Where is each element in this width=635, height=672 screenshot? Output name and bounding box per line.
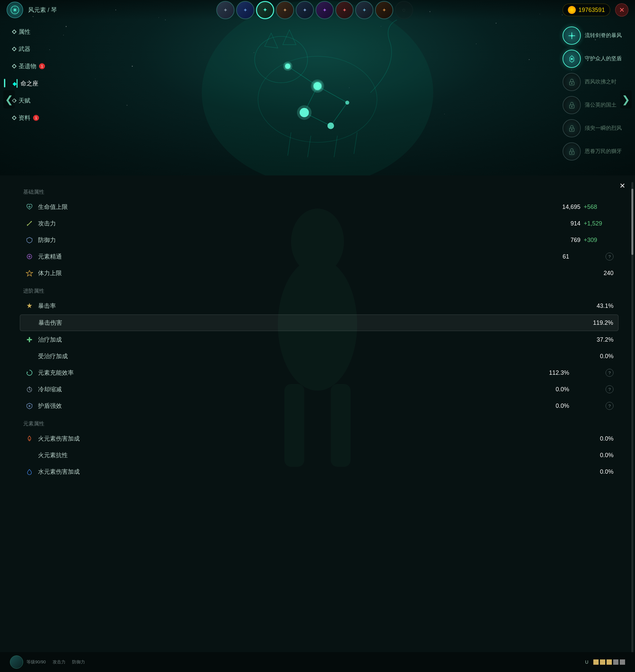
star-block-5 <box>620 659 625 665</box>
page-title: 风元素 / 琴 <box>28 6 57 14</box>
crit-rate-icon <box>25 301 34 311</box>
stat-row-pyro-res: 火元素抗性 0.0% <box>20 447 618 463</box>
char-avatar-7[interactable]: ✦ <box>335 1 354 19</box>
svg-point-14 <box>202 0 433 175</box>
stat-row-pyro-dmg: 火元素伤害加成 0.0% <box>20 431 618 446</box>
svg-point-11 <box>132 66 133 67</box>
energy-name: 元素充能效率 <box>38 369 529 377</box>
nav-item-weapon[interactable]: 武器 <box>10 44 48 54</box>
constellation-name-2: 守护众人的坚盾 <box>585 55 622 62</box>
pyro-dmg-value: 0.0% <box>574 435 613 442</box>
nav-dot <box>12 29 17 34</box>
hp-name: 生命值上限 <box>38 203 541 211</box>
char-avatar-8[interactable]: ✦ <box>355 1 373 19</box>
hydro-dmg-name: 水元素伤害加成 <box>38 468 574 476</box>
crit-dmg-value: 119.2% <box>573 319 613 327</box>
stat-row-incoming-heal: 受治疗加成 0.0% <box>20 348 618 364</box>
svg-marker-18 <box>283 30 296 45</box>
char-avatar-2[interactable]: ✦ <box>236 1 254 19</box>
em-value: 61 <box>529 253 569 260</box>
nav-item-attributes[interactable]: 属性 <box>10 26 48 37</box>
pyro-res-name: 火元素抗性 <box>38 451 574 459</box>
em-help-button[interactable]: ? <box>606 253 613 260</box>
atk-bonus: +1,529 <box>584 220 613 227</box>
next-char-button[interactable]: ❯ <box>620 90 632 109</box>
char-avatar-1[interactable]: ✦ <box>216 1 235 19</box>
cooldown-help-button[interactable]: ? <box>606 385 613 393</box>
svg-point-1 <box>66 26 67 27</box>
crit-rate-value: 43.1% <box>574 302 613 310</box>
constellation-name-6: 恩眷万民的獅牙 <box>585 148 622 155</box>
stat-row-stamina: 体力上限 240 <box>20 265 618 281</box>
constellation-item-6[interactable]: 恩眷万民的獅牙 <box>563 142 622 161</box>
nav-dot <box>12 115 17 120</box>
svg-marker-17 <box>265 33 278 48</box>
def-icon <box>25 235 34 245</box>
svg-point-43 <box>571 83 572 84</box>
header-close-button[interactable]: ✕ <box>615 3 628 17</box>
stat-row-atk: 攻击力 914 +1,529 <box>20 215 618 231</box>
constellation-item-5[interactable]: 须臾一瞬的烈风 <box>563 119 622 138</box>
nav-item-profile[interactable]: 资料 1 <box>10 112 48 123</box>
stamina-name: 体力上限 <box>38 269 574 277</box>
nav-label-profile: 资料 <box>19 114 30 122</box>
svg-point-69 <box>29 387 30 387</box>
heal-name: 治疗加成 <box>38 336 574 343</box>
svg-point-47 <box>571 129 572 130</box>
svg-point-12 <box>529 59 529 60</box>
pyro-dmg-name: 火元素伤害加成 <box>38 435 574 443</box>
char-avatar-4[interactable]: ✦ <box>276 1 294 19</box>
energy-icon <box>25 368 34 377</box>
heal-icon <box>25 335 34 344</box>
char-level-label: 等级90/90 <box>26 659 46 665</box>
def-bonus: +309 <box>584 237 613 244</box>
nav-item-constellation[interactable]: ◆ 命之座 <box>10 78 48 89</box>
svg-point-10 <box>49 49 50 50</box>
bottom-char-info: 等级90/90 攻击力 防御力 <box>10 655 85 669</box>
stats-panel: × 基础属性 生命值上限 14,695 +568 <box>0 175 635 672</box>
atk-icon <box>25 219 34 228</box>
svg-point-16 <box>255 37 308 83</box>
previous-char-button[interactable]: ❮ <box>3 90 15 109</box>
scrollbar-thumb[interactable] <box>631 189 633 255</box>
nav-dot <box>12 64 17 68</box>
char-avatar-5[interactable]: ✦ <box>296 1 314 19</box>
nav-label-weapon: 武器 <box>19 45 30 53</box>
char-avatar-6[interactable]: ✦ <box>315 1 334 19</box>
constellation-item-4[interactable]: 蒲公英的国土 <box>563 96 622 114</box>
star-block-3 <box>607 659 612 665</box>
svg-point-29 <box>283 62 292 71</box>
nav-item-artifacts[interactable]: 圣遗物 1 <box>10 61 48 71</box>
hp-bonus: +568 <box>584 204 613 211</box>
constellation-panel: 风元素 / 琴 ✦ ✦ ✦ ✦ ✦ ✦ <box>0 0 635 175</box>
svg-line-27 <box>304 112 331 126</box>
stat-row-crit-dmg: 暴击伤害 119.2% <box>20 314 618 331</box>
scrollbar[interactable] <box>631 182 633 665</box>
nav-label-talents: 天赋 <box>19 97 30 105</box>
stats-close-button[interactable]: × <box>620 181 625 191</box>
constellation-icon-4 <box>563 96 581 114</box>
atk-label: 攻击力 <box>52 659 65 665</box>
heal-value: 37.2% <box>574 336 613 343</box>
constellation-item-2[interactable]: 守护众人的坚盾 <box>563 50 622 68</box>
u-label: U <box>585 659 588 665</box>
char-avatar-9[interactable]: ✦ <box>375 1 393 19</box>
char-avatar-10[interactable]: ○ <box>395 1 413 19</box>
cooldown-value: 0.0% <box>529 386 569 393</box>
energy-help-button[interactable]: ? <box>606 369 613 377</box>
nav-item-talents[interactable]: 天赋 <box>10 95 48 106</box>
nav-dot <box>12 47 17 51</box>
svg-line-58 <box>27 225 28 225</box>
shield-help-button[interactable]: ? <box>606 402 613 410</box>
profile-badge: 1 <box>33 115 39 121</box>
constellation-item-3[interactable]: 西风吹拂之时 <box>563 73 622 91</box>
char-avatar-3[interactable]: ✦ <box>256 1 274 19</box>
constellation-item-1[interactable]: 流转剑脊的暴风 <box>563 26 622 45</box>
stat-row-crit-rate: 暴击率 43.1% <box>20 298 618 314</box>
svg-line-68 <box>29 390 31 390</box>
svg-point-37 <box>14 8 16 11</box>
svg-point-35 <box>327 123 334 129</box>
atk-name: 攻击力 <box>38 219 541 227</box>
star-block-4 <box>613 659 618 665</box>
stat-row-shield: 护盾强效 0.0% ? <box>20 398 618 414</box>
